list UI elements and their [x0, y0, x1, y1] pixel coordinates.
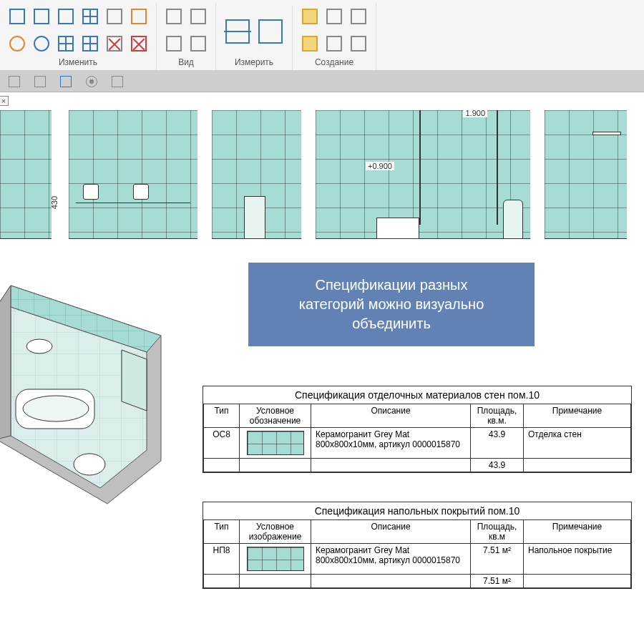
spec1-row-type: ОС8: [204, 428, 240, 459]
spec1-total: 43.9: [471, 459, 524, 472]
options-bar: [0, 71, 644, 92]
tool-refresh-icon[interactable]: [31, 34, 52, 54]
tool-view4-icon[interactable]: [188, 34, 208, 54]
tool-measure-icon[interactable]: [256, 17, 285, 46]
tool-cut-icon[interactable]: [7, 6, 27, 26]
spec2-row-area: 7.51 м²: [471, 544, 524, 575]
tool-pattern2-icon[interactable]: [80, 34, 100, 54]
opt-icon-4[interactable]: [82, 72, 102, 92]
table-row: НП8 Керамогранит Grey Mat 800х800х10мм, …: [204, 544, 631, 575]
spec2-col-descr: Описание: [311, 520, 471, 544]
ribbon-group-modify: Изменить: [0, 3, 157, 70]
spec1-col-type: Тип: [204, 404, 240, 428]
svg-point-8: [74, 454, 105, 475]
annotation-callout: Спецификации разных категорий можно визу…: [248, 263, 535, 346]
spec1-col-descr: Описание: [311, 404, 471, 428]
callout-line3: объединить: [264, 314, 519, 333]
material-swatch-icon: [247, 547, 304, 571]
spec2-row-descr: Керамогранит Grey Mat 800х800х10мм, арти…: [311, 544, 471, 575]
tool-view3-icon[interactable]: [188, 6, 208, 26]
table-row: 43.9: [204, 459, 631, 472]
opt-icon-3[interactable]: [56, 72, 76, 92]
callout-line2: категорий можно визуально: [264, 295, 519, 314]
spec1-col-area: Площадь, кв.м.: [471, 404, 524, 428]
spec1-row-note: Отделка стен: [524, 428, 631, 459]
svg-point-7: [23, 396, 89, 421]
ribbon-label-view: Вид: [178, 57, 194, 67]
tool-create1-icon[interactable]: [300, 6, 320, 26]
tool-lock-icon[interactable]: [104, 6, 125, 26]
spec1-row-descr: Керамогранит Grey Mat 800х800х10мм, арти…: [311, 428, 471, 459]
spec2-col-area: Площадь, кв.м: [471, 520, 524, 544]
elevation-3: [212, 110, 301, 239]
tool-create2-icon[interactable]: [300, 34, 320, 54]
material-swatch-icon: [247, 431, 304, 455]
tool-copy-icon[interactable]: [56, 6, 76, 26]
ribbon-group-create: Создание: [293, 3, 376, 70]
opt-icon-5[interactable]: [107, 72, 127, 92]
spec2-col-symbol: Условное изображение: [240, 520, 311, 544]
spec2-col-type: Тип: [204, 520, 240, 544]
elevation-1: 430: [0, 110, 54, 239]
spec-table-walls: Спецификация отделочных материалов стен …: [203, 386, 632, 473]
tool-pattern1-icon[interactable]: [80, 6, 100, 26]
spec1-col-note: Примечание: [524, 404, 631, 428]
tool-unlock-icon[interactable]: [104, 34, 125, 54]
ribbon-group-measure: Измерить: [216, 6, 293, 70]
spec2-row-type: НП8: [204, 544, 240, 575]
ribbon: Изменить Вид Измерить: [0, 0, 644, 71]
spec2-total: 7.51 м²: [471, 575, 524, 588]
spec2-col-note: Примечание: [524, 520, 631, 544]
tool-delete-icon[interactable]: [129, 34, 149, 54]
spec1-col-symbol: Условное обозначение: [240, 404, 311, 428]
elevation-5: [545, 110, 627, 239]
ribbon-label-modify: Изменить: [59, 57, 97, 67]
callout-line1: Спецификации разных: [264, 275, 519, 295]
ribbon-label-create: Создание: [315, 57, 353, 67]
table-row: 7.51 м²: [204, 575, 631, 588]
spec-table-floor: Спецификация напольных покрытий пом.10 Т…: [203, 502, 632, 589]
tool-pin-icon[interactable]: [129, 6, 149, 26]
spec2-row-note: Напольное покрытие: [524, 544, 631, 575]
panel-close-icon[interactable]: ×: [0, 96, 9, 106]
tool-mirror-icon[interactable]: [31, 6, 52, 26]
spec1-title: Спецификация отделочных материалов стен …: [203, 386, 631, 404]
tool-view2-icon[interactable]: [164, 34, 184, 54]
table-row: ОС8 Керамогранит Grey Mat 800х800х10мм, …: [204, 428, 631, 459]
dim-0900: +0.900: [366, 162, 394, 170]
svg-marker-10: [122, 350, 147, 411]
tool-create5-icon[interactable]: [348, 6, 369, 26]
tool-dimension-icon[interactable]: [223, 17, 252, 46]
opt-icon-2[interactable]: [30, 72, 50, 92]
svg-point-9: [26, 339, 52, 353]
tool-rotate-icon[interactable]: [7, 34, 27, 54]
tool-create3-icon[interactable]: [324, 6, 344, 26]
tool-view1-icon[interactable]: [164, 6, 184, 26]
elevation-2: [69, 110, 197, 239]
ribbon-group-view: Вид: [157, 3, 216, 70]
tool-create6-icon[interactable]: [348, 34, 369, 54]
elevation-row: 430 1.900 +0.900: [0, 110, 644, 239]
tool-create4-icon[interactable]: [324, 34, 344, 54]
room-3d-view: [0, 268, 215, 525]
opt-icon-1[interactable]: [4, 72, 24, 92]
spec1-row-area: 43.9: [471, 428, 524, 459]
spec2-title: Спецификация напольных покрытий пом.10: [203, 502, 631, 520]
tool-array-icon[interactable]: [56, 34, 76, 54]
svg-marker-5: [0, 286, 11, 439]
drawing-canvas[interactable]: × 430: [0, 92, 644, 644]
ribbon-label-measure: Измерить: [235, 57, 273, 67]
elevation-4: 1.900 +0.900: [316, 110, 530, 239]
dim-left-label: 430: [50, 196, 59, 209]
